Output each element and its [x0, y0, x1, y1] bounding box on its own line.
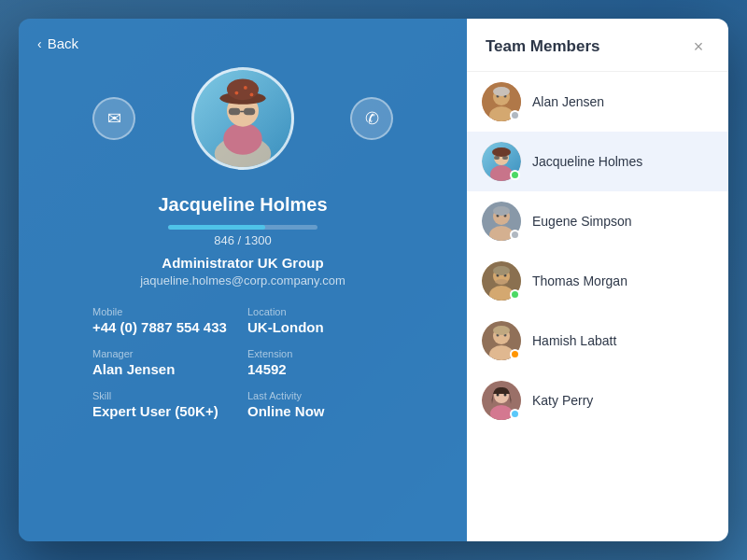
member-name-jacqueline-holmes: Jacqueline Holmes [532, 154, 642, 169]
status-dot-katy-perry [510, 409, 520, 419]
modal-container: ‹ Back ✉ [19, 19, 728, 541]
member-name-alan-jensen: Alan Jensen [532, 94, 604, 109]
status-dot-alan-jensen [510, 110, 520, 120]
manager-label: Manager [92, 348, 238, 359]
svg-point-24 [492, 147, 511, 157]
mobile-value: +44 (0) 7887 554 433 [92, 319, 238, 335]
member-item-hamish-labatt[interactable]: Hamish Labatt [467, 311, 728, 371]
member-item-jacqueline-holmes[interactable]: Jacqueline Holmes [467, 132, 728, 191]
member-item-thomas-morgan[interactable]: Thomas Morgan [467, 251, 728, 311]
location-label: Location [247, 306, 393, 317]
skill-value: Expert User (50K+) [92, 403, 238, 419]
email-button[interactable]: ✉ [92, 97, 135, 140]
progress-text: 846 / 1300 [214, 233, 271, 247]
activity-label: Last Activity [247, 390, 393, 401]
detail-extension: Extension 14592 [247, 348, 393, 377]
details-grid: Mobile +44 (0) 7887 554 433 Location UK-… [92, 306, 393, 419]
member-item-alan-jensen[interactable]: Alan Jensen [467, 72, 728, 132]
svg-point-18 [493, 87, 510, 96]
detail-skill: Skill Expert User (50K+) [92, 390, 238, 419]
detail-location: Location UK-London [247, 306, 393, 335]
close-button[interactable]: × [687, 35, 710, 58]
svg-point-43 [493, 326, 510, 335]
member-avatar-katy-perry [482, 381, 521, 420]
member-avatar-jacqueline-holmes [482, 142, 521, 181]
status-dot-jacqueline-holmes [510, 170, 520, 180]
manager-value: Alan Jensen [92, 361, 238, 377]
member-item-katy-perry[interactable]: Katy Perry [467, 371, 728, 430]
members-list: Alan Jensen [467, 72, 728, 541]
progress-fill [168, 225, 265, 230]
status-dot-hamish-labatt [510, 349, 520, 359]
back-label: Back [48, 35, 78, 51]
extension-label: Extension [247, 348, 393, 359]
member-avatar-thomas-morgan [482, 261, 521, 301]
back-chevron-icon: ‹ [37, 36, 42, 51]
svg-point-30 [493, 206, 510, 216]
member-name-katy-perry: Katy Perry [532, 393, 593, 408]
progress-bar [168, 225, 317, 230]
svg-point-10 [234, 91, 238, 95]
profile-name: Jacqueline Holmes [158, 194, 327, 216]
detail-manager: Manager Alan Jensen [92, 348, 238, 377]
avatar [191, 67, 294, 170]
back-button[interactable]: ‹ Back [37, 35, 78, 51]
action-buttons-row: ✉ [92, 67, 393, 170]
member-item-eugene-simpson[interactable]: Eugene Simpson [467, 191, 728, 251]
extension-value: 14592 [247, 361, 393, 377]
svg-rect-6 [244, 108, 255, 116]
svg-point-12 [250, 93, 254, 97]
svg-point-9 [227, 78, 259, 100]
location-value: UK-London [247, 319, 393, 335]
status-dot-thomas-morgan [510, 289, 520, 300]
member-avatar-alan-jensen [482, 82, 521, 121]
detail-activity: Last Activity Online Now [247, 390, 393, 419]
svg-point-37 [495, 279, 508, 285]
phone-button[interactable]: ✆ [350, 97, 393, 140]
panel-title: Team Members [486, 37, 600, 56]
mobile-label: Mobile [92, 306, 238, 317]
profile-panel: ‹ Back ✉ [19, 19, 467, 541]
status-dot-eugene-simpson [510, 230, 520, 240]
member-name-eugene-simpson: Eugene Simpson [532, 214, 632, 229]
member-name-hamish-labatt: Hamish Labatt [532, 333, 616, 348]
member-avatar-eugene-simpson [482, 202, 521, 241]
profile-email: jaqueline.holmes@corp.company.com [140, 273, 345, 287]
panel-header: Team Members × [467, 19, 728, 72]
team-panel: Team Members × [467, 19, 728, 541]
detail-mobile: Mobile +44 (0) 7887 554 433 [92, 306, 238, 335]
phone-icon: ✆ [365, 108, 379, 129]
profile-section: ✉ [92, 67, 393, 419]
member-avatar-hamish-labatt [482, 321, 521, 360]
email-icon: ✉ [107, 108, 121, 129]
activity-value: Online Now [247, 403, 393, 419]
member-name-thomas-morgan: Thomas Morgan [532, 273, 627, 288]
svg-point-36 [493, 266, 510, 275]
profile-role: Administrator UK Group [162, 255, 323, 271]
skill-label: Skill [92, 390, 238, 401]
svg-rect-5 [229, 108, 240, 116]
svg-point-11 [244, 86, 247, 90]
svg-point-2 [223, 123, 262, 155]
